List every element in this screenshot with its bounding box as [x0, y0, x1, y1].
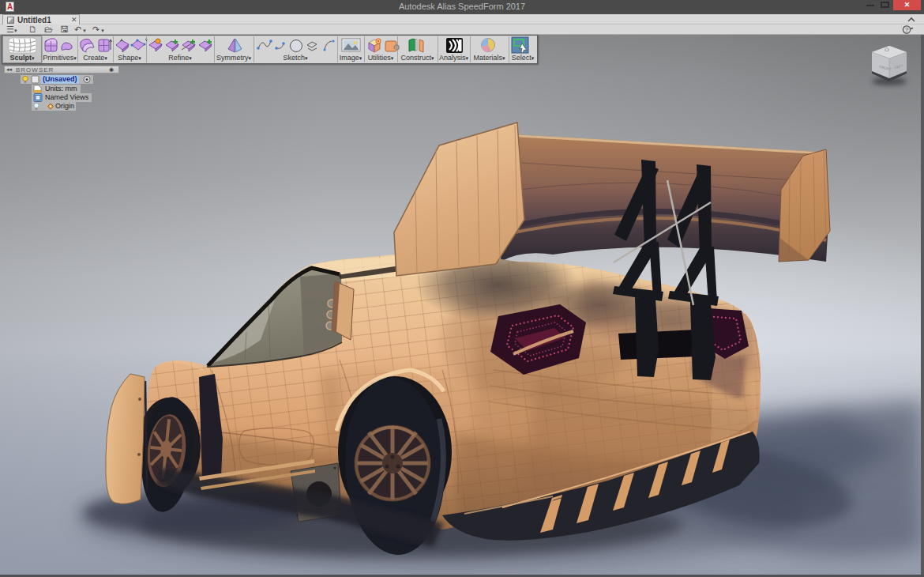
- svg-text:?: ?: [905, 26, 909, 33]
